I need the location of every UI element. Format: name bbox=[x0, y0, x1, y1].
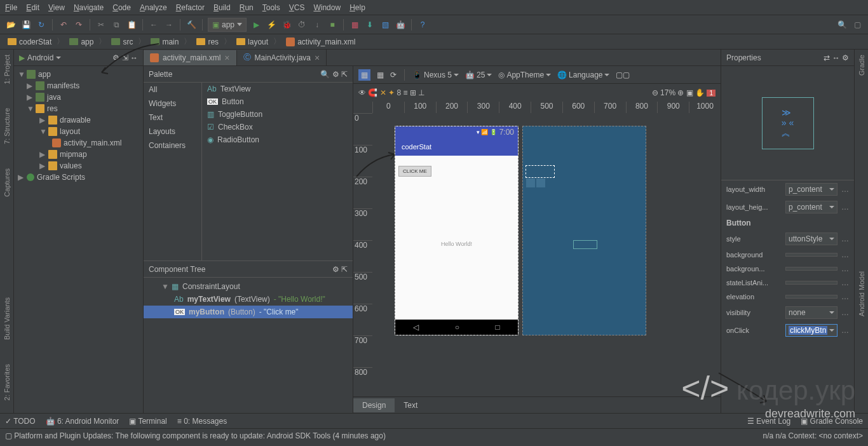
sdk-icon[interactable]: ⬇ bbox=[364, 19, 376, 30]
palette-cat-containers[interactable]: Containers bbox=[144, 139, 201, 152]
menu-vcs[interactable]: VCS bbox=[289, 3, 305, 12]
menu-navigate[interactable]: Navigate bbox=[74, 3, 104, 12]
menu-analyze[interactable]: Analyze bbox=[140, 3, 167, 12]
structure-tool-button[interactable]: 7: Structure bbox=[3, 105, 11, 147]
sync-icon[interactable]: ↻ bbox=[36, 19, 47, 30]
design-preview[interactable]: ▾ 📶 🔋 7:00 coderStat CLICK ME Hello Worl… bbox=[395, 126, 519, 335]
constraint-widget[interactable]: ≫» «︽ bbox=[721, 66, 854, 180]
search-icon[interactable]: 🔍 bbox=[836, 19, 848, 30]
zoom-fit-icon[interactable]: ▣ bbox=[686, 88, 693, 97]
redo-icon[interactable]: ↷ bbox=[73, 19, 85, 30]
blueprint-preview[interactable] bbox=[522, 126, 646, 335]
messages-tool-button[interactable]: ≡ 0: Messages bbox=[177, 417, 227, 426]
save-icon[interactable]: 💾 bbox=[20, 19, 32, 30]
apply-changes-icon[interactable]: ⚡ bbox=[266, 19, 277, 30]
preview-button[interactable]: CLICK ME bbox=[398, 166, 431, 177]
tab-design[interactable]: Design bbox=[353, 398, 395, 412]
close-icon[interactable]: × bbox=[315, 53, 320, 63]
menu-tools[interactable]: Tools bbox=[262, 3, 280, 12]
android-robot-icon[interactable]: 🤖 bbox=[395, 19, 406, 30]
panel-icon[interactable]: ▢ bbox=[851, 19, 863, 30]
orientation-button[interactable]: ⟳ bbox=[390, 71, 397, 79]
palette-cat-layouts[interactable]: Layouts bbox=[144, 125, 201, 139]
avd-icon[interactable]: ▦ bbox=[349, 19, 360, 30]
build-icon[interactable]: 🔨 bbox=[186, 19, 197, 30]
preview-textview[interactable]: Hello World! bbox=[395, 241, 518, 247]
tab-activity-main[interactable]: activity_main.xml× bbox=[144, 50, 237, 65]
gradle-tool-button[interactable]: Gradle bbox=[858, 52, 865, 78]
design-canvas[interactable]: 01002003004005006007008009001000 0100200… bbox=[353, 102, 721, 396]
gear-icon[interactable]: ⚙ bbox=[332, 265, 339, 274]
tab-main-activity[interactable]: ⒸMainActivity.java× bbox=[237, 50, 327, 65]
palette-item-checkbox[interactable]: ☑CheckBox bbox=[202, 121, 353, 133]
palette-item-button[interactable]: OKButton bbox=[202, 95, 353, 108]
menu-refactor[interactable]: Refactor bbox=[176, 3, 205, 12]
cut-icon[interactable]: ✂ bbox=[95, 19, 107, 30]
profile-icon[interactable]: ⏱ bbox=[296, 19, 308, 30]
todo-tool-button[interactable]: ✓ TODO bbox=[5, 417, 36, 426]
palette-item-textview[interactable]: AbTextView bbox=[202, 83, 353, 95]
run-icon[interactable]: ▶ bbox=[250, 19, 262, 30]
align-icon[interactable]: ≡ bbox=[403, 88, 407, 97]
tree-item-activity-main[interactable]: activity_main.xml bbox=[14, 137, 143, 149]
run-config-selector[interactable]: ▣ app bbox=[208, 18, 247, 32]
blueprint-textview[interactable] bbox=[574, 241, 597, 248]
tree-item-java[interactable]: ▶java bbox=[14, 91, 143, 103]
infer-constraints-icon[interactable]: ✦ bbox=[388, 88, 395, 97]
pan-icon[interactable]: ✋ bbox=[695, 88, 705, 97]
palette-cat-text[interactable]: Text bbox=[144, 111, 201, 125]
comp-constraint-layout[interactable]: ▼▦ConstraintLayout bbox=[144, 280, 353, 293]
tree-item-mipmap[interactable]: ▶mipmap bbox=[14, 149, 143, 160]
prop-statelistanim-value[interactable] bbox=[785, 281, 837, 285]
breadcrumb-item[interactable]: src bbox=[109, 37, 135, 47]
tree-item-values[interactable]: ▶values bbox=[14, 160, 143, 172]
android-monitor-tool-button[interactable]: 🤖 6: Android Monitor bbox=[46, 417, 119, 426]
breadcrumb-item[interactable]: activity_main.xml bbox=[283, 37, 358, 47]
terminal-tool-button[interactable]: ▣ Terminal bbox=[129, 417, 166, 426]
open-icon[interactable]: 📂 bbox=[5, 19, 17, 30]
build-variants-tool-button[interactable]: Build Variants bbox=[3, 295, 11, 342]
language-selector[interactable]: 🌐Language bbox=[557, 71, 609, 79]
close-icon[interactable]: × bbox=[224, 53, 229, 63]
theme-selector[interactable]: ◎AppTheme bbox=[498, 71, 551, 79]
eye-icon[interactable]: 👁 bbox=[358, 88, 366, 97]
breadcrumb-item[interactable]: coderStat bbox=[5, 37, 54, 47]
prop-onclick-value[interactable]: clickMyBtn bbox=[785, 324, 837, 337]
margin-label[interactable]: 8 bbox=[397, 88, 401, 97]
palette-cat-all[interactable]: All bbox=[144, 83, 201, 97]
back-icon[interactable]: ← bbox=[148, 19, 159, 30]
blueprint-mode-button[interactable]: ▦ bbox=[377, 71, 384, 79]
menu-build[interactable]: Build bbox=[214, 3, 231, 12]
project-tool-button[interactable]: 1: Project bbox=[3, 52, 11, 86]
breadcrumb-item[interactable]: app bbox=[67, 37, 96, 47]
prop-style-value[interactable]: uttonStyle bbox=[785, 233, 837, 245]
pack-icon[interactable]: ⊞ bbox=[410, 88, 416, 97]
zoom-out-icon[interactable]: ⊖ bbox=[652, 88, 658, 97]
guideline-icon[interactable]: ⊥ bbox=[418, 88, 424, 97]
tree-item-layout[interactable]: ▼layout bbox=[14, 126, 143, 137]
attach-icon[interactable]: ↓ bbox=[311, 19, 323, 30]
gear-icon[interactable]: ⚙ bbox=[332, 70, 339, 79]
clear-constraints-icon[interactable]: ✕ bbox=[380, 88, 386, 97]
prop-layout-width-value[interactable]: p_content bbox=[785, 183, 837, 196]
zoom-in-icon[interactable]: ⊕ bbox=[677, 88, 684, 97]
prop-layout-height-value[interactable]: p_content bbox=[785, 201, 837, 213]
search-icon[interactable]: 🔍 bbox=[320, 70, 330, 79]
tab-text[interactable]: Text bbox=[395, 398, 426, 412]
comp-textview[interactable]: AbmyTextView (TextView) - "Hello World!" bbox=[144, 293, 353, 306]
collapse-icon[interactable]: ⇱ bbox=[341, 70, 348, 79]
collapse-icon[interactable]: ⇱ bbox=[341, 265, 348, 274]
stop-icon[interactable]: ■ bbox=[327, 19, 338, 30]
android-model-tool-button[interactable]: Android Model bbox=[858, 269, 865, 319]
palette-items[interactable]: AbTextView OKButton ▥ToggleButton ☑Check… bbox=[202, 83, 353, 260]
palette-cat-widgets[interactable]: Widgets bbox=[144, 97, 201, 111]
tree-item-res[interactable]: ▼res bbox=[14, 103, 143, 114]
breadcrumb-item[interactable]: res bbox=[194, 37, 221, 47]
captures-tool-button[interactable]: Captures bbox=[3, 166, 11, 199]
palette-categories[interactable]: All Widgets Text Layouts Containers bbox=[144, 83, 202, 260]
menu-file[interactable]: File bbox=[5, 3, 17, 12]
prop-background-value[interactable] bbox=[785, 253, 837, 257]
copy-icon[interactable]: ⧉ bbox=[111, 19, 122, 30]
palette-item-togglebutton[interactable]: ▥ToggleButton bbox=[202, 108, 353, 121]
device-selector[interactable]: 📱 Nexus 5 bbox=[412, 71, 459, 79]
